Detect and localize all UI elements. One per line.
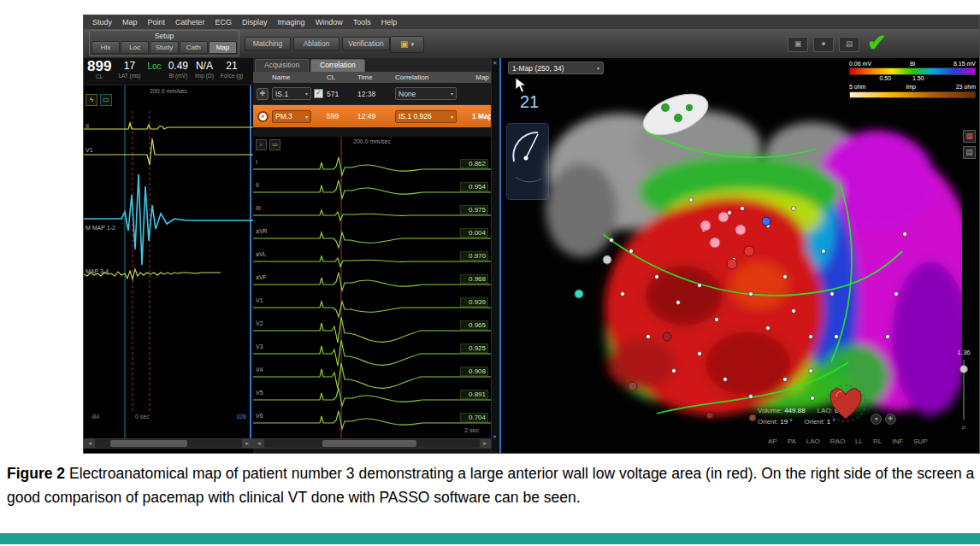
scale-right: 328 bbox=[236, 414, 246, 420]
bolt-icon[interactable]: ϟ bbox=[86, 94, 97, 106]
menu-ecg[interactable]: ECG bbox=[210, 18, 238, 26]
realtime-traces bbox=[84, 85, 253, 438]
figure-caption-text: Electroanatomical map of patient number … bbox=[7, 465, 974, 506]
rotate-icon[interactable]: ● bbox=[871, 414, 882, 425]
correlation-value: 0.908 bbox=[460, 367, 488, 376]
table-row[interactable]: ✚ IS.1 ▾ ✓ 571 12:38 None ▾ bbox=[253, 83, 499, 105]
menu-catheter[interactable]: Catheter bbox=[170, 18, 210, 26]
center-icon[interactable]: ✚ bbox=[885, 414, 896, 425]
verification-button[interactable]: Verification bbox=[342, 37, 390, 50]
view-pa[interactable]: PA bbox=[788, 437, 796, 445]
sweep-speed-label: 200.0 mm/sec bbox=[84, 88, 253, 94]
magnifier-icon[interactable]: ⌕ bbox=[256, 139, 267, 150]
layers-icon[interactable]: ▤ bbox=[839, 37, 859, 52]
view-lao[interactable]: LAO bbox=[806, 437, 820, 445]
middle-horizontal-scrollbar[interactable]: ◂ ▸ bbox=[253, 438, 491, 449]
scroll-left-icon[interactable]: ◂ bbox=[254, 439, 264, 448]
row-checkbox[interactable]: ✓ bbox=[314, 89, 323, 98]
menu-tools[interactable]: Tools bbox=[348, 18, 376, 26]
panel-splitter[interactable]: ✕ ▾ bbox=[491, 58, 499, 453]
correlation-ecg-area[interactable]: 200.0 mm/sec ⌕ ▭ bbox=[253, 137, 491, 438]
menu-point[interactable]: Point bbox=[143, 18, 171, 26]
correlation-select[interactable]: None ▾ bbox=[395, 87, 457, 100]
tab-correlation[interactable]: Correlation bbox=[310, 59, 365, 72]
tool-dropdown[interactable]: ▣ ▾ bbox=[390, 36, 424, 53]
col-name: Name bbox=[272, 72, 327, 83]
ecg-tools: ⌕ ▭ bbox=[256, 139, 280, 150]
chevron-down-icon: ▾ bbox=[410, 41, 414, 48]
name-select[interactable]: PM.3 ▾ bbox=[272, 110, 311, 123]
figure-caption: Figure 2 Electroanatomical map of patien… bbox=[7, 461, 975, 509]
correlation-value: 0.004 bbox=[460, 228, 488, 238]
correlation-table-header: Name CL Time Correlation Map bbox=[253, 72, 499, 83]
view-rl[interactable]: RL bbox=[873, 437, 882, 445]
name-select[interactable]: IS.1 ▾ bbox=[272, 87, 311, 100]
menu-imaging[interactable]: Imaging bbox=[273, 18, 310, 26]
lead-label: V4 bbox=[256, 367, 263, 373]
view-ap[interactable]: AP bbox=[768, 437, 777, 445]
map-selector[interactable]: 1-Map (250, 34) ▾ bbox=[508, 62, 604, 74]
stage-tab-hlx[interactable]: Hlx bbox=[92, 41, 120, 54]
ecg-traces bbox=[253, 137, 491, 438]
scroll-right-icon[interactable]: ▸ bbox=[242, 439, 252, 448]
ablation-button[interactable]: Ablation bbox=[293, 37, 339, 50]
time-scale-label: 2 sec bbox=[464, 427, 479, 433]
scroll-thumb[interactable] bbox=[322, 440, 416, 447]
view-sup[interactable]: SUP bbox=[913, 437, 927, 445]
zoom-control: 1.36 ⌕ bbox=[953, 349, 975, 432]
menu-display[interactable]: Display bbox=[237, 18, 273, 26]
caliper-icon[interactable]: ▭ bbox=[100, 94, 112, 106]
matching-button[interactable]: Matching bbox=[245, 37, 291, 50]
cell-cl: 599 bbox=[327, 112, 357, 120]
stage-tab-study[interactable]: Study bbox=[150, 41, 178, 54]
mesh-icon[interactable]: ▦ bbox=[963, 130, 976, 143]
caliper-icon[interactable]: ▭ bbox=[269, 139, 280, 150]
menu-study[interactable]: Study bbox=[87, 18, 117, 26]
cell-time: 12:49 bbox=[357, 112, 395, 120]
map-3d-view[interactable] bbox=[530, 82, 962, 428]
view-rao[interactable]: RAO bbox=[830, 437, 845, 445]
scroll-left-icon[interactable]: ◂ bbox=[85, 439, 95, 448]
table-row-selected[interactable]: ● PM.3 ▾ 599 12:49 IS.1 0.926 ▾ bbox=[253, 105, 499, 127]
view-inf[interactable]: INF bbox=[892, 437, 903, 445]
lead-label: V2 bbox=[256, 320, 263, 326]
stat-bi: 0.49 Bi (mV) bbox=[168, 60, 188, 85]
stage-tab-cath[interactable]: Cath bbox=[180, 41, 208, 54]
correlation-value: 0.954 bbox=[460, 182, 488, 191]
zoom-slider[interactable] bbox=[963, 360, 965, 420]
close-icon[interactable]: ✕ bbox=[493, 60, 498, 67]
zoom-slider-thumb[interactable] bbox=[959, 365, 968, 373]
scroll-right-icon[interactable]: ▸ bbox=[480, 439, 490, 448]
menu-help[interactable]: Help bbox=[376, 18, 403, 26]
screen-icon[interactable]: ▣ bbox=[788, 37, 808, 52]
correlation-select[interactable]: IS.1 0.926 ▾ bbox=[395, 110, 457, 123]
lead-label: aVL bbox=[256, 251, 266, 257]
heart-orientation-icon[interactable] bbox=[824, 383, 867, 427]
scroll-thumb[interactable] bbox=[110, 440, 187, 447]
magnifier-icon[interactable]: ⌕ bbox=[953, 423, 975, 432]
menu-map[interactable]: Map bbox=[117, 18, 143, 26]
tab-acquisition[interactable]: Acquisition bbox=[255, 59, 309, 72]
layers-icon[interactable]: ▤ bbox=[963, 146, 976, 159]
view-ll[interactable]: LL bbox=[855, 437, 863, 445]
setup-group: Setup Hlx Loc Study Cath Map bbox=[89, 30, 239, 56]
lead-label: M MAP 1-2 bbox=[86, 225, 115, 231]
footer-accent-bar bbox=[0, 533, 980, 544]
left-horizontal-scrollbar[interactable]: ◂ ▸ bbox=[84, 438, 253, 449]
menu-window[interactable]: Window bbox=[310, 18, 348, 26]
realtime-wave-area[interactable]: 200.0 mm/sec ϟ ▭ I bbox=[84, 85, 253, 438]
cell-cl: 571 bbox=[327, 90, 357, 98]
setup-label: Setup bbox=[90, 31, 239, 41]
correlation-value: 0.965 bbox=[460, 320, 488, 330]
content: 899 CL 17 LAT (ms) Loc 0.49 Bi (mV) bbox=[84, 58, 979, 453]
correlation-value: 0.970 bbox=[460, 251, 488, 261]
lead-label: V6 bbox=[256, 413, 263, 419]
scroll-down-icon[interactable]: ▾ bbox=[493, 435, 496, 439]
sphere-icon[interactable]: ● bbox=[813, 37, 834, 52]
stage-tab-map[interactable]: Map bbox=[209, 41, 237, 54]
lead-label: V1 bbox=[256, 297, 263, 303]
stage-tab-loc[interactable]: Loc bbox=[121, 41, 149, 54]
lead-label: MAP 3-4 bbox=[86, 268, 109, 274]
menu-bar: Study Map Point Catheter ECG Display Ima… bbox=[84, 15, 979, 29]
system-ok-check-icon[interactable]: ✔ bbox=[867, 29, 887, 56]
